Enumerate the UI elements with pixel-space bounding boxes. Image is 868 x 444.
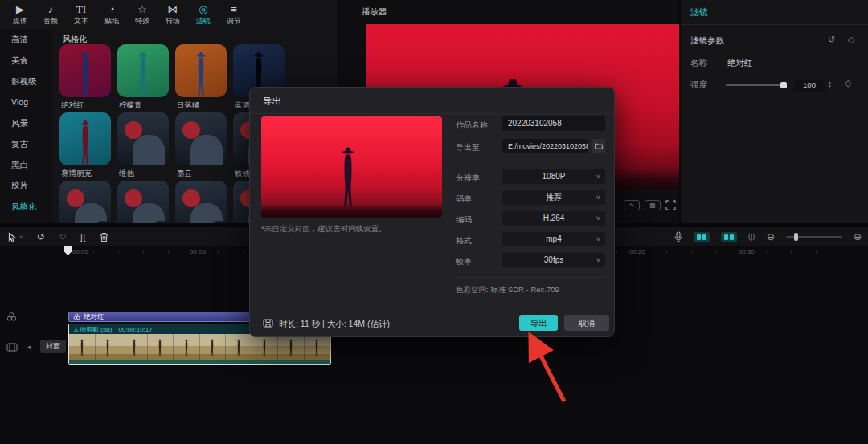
name-label: 名称 [690,58,707,69]
sidebar-item-film[interactable]: 胶片 [0,175,53,196]
split-button[interactable]: ][ [80,233,87,242]
effects-icon: ☆ [137,4,147,15]
field-label-framerate: 帧率 [456,256,472,267]
project-name-input[interactable]: 202203102058 [502,116,605,131]
export-cover-preview[interactable] [261,116,442,218]
sticker-icon: ◔ [108,4,115,15]
browse-folder-button[interactable] [592,139,605,153]
app-window: ▶媒体 ♪音频 TI文本 ◔贴纸 ☆特效 ⋈转场 ◎滤镜 ≡调节 高清 美食 影… [0,0,868,444]
filter-thumb-moyun[interactable] [175,112,227,165]
strength-value[interactable]: 100 [794,79,825,92]
collapse-track-icon[interactable]: ◂ [27,343,31,351]
filter-label: 绝对红 [61,100,84,111]
filter-thumb-ningmeng-qing[interactable] [117,44,169,97]
filter-thumb-weita[interactable] [117,112,169,165]
clip-timecode: 00:00:10:17 [118,326,152,333]
text-icon: TI [76,4,86,15]
filter-clip-icon [73,313,80,320]
audio-icon: ♪ [48,4,54,15]
preview-axis-toggle[interactable]: ⟨|⟩ [748,233,755,241]
transitions-icon: ⋈ [168,4,178,15]
sidebar-item-bw[interactable]: 黑白 [0,154,53,175]
cancel-button[interactable]: 取消 [564,315,609,331]
filter-thumb[interactable]: ↓ [59,181,111,223]
undo-button[interactable]: ↺ [37,231,45,242]
cover-button[interactable]: 封面 [40,340,66,353]
timeline-zoom-out[interactable]: ⊖ [767,231,775,242]
filter-thumb-juedui-hong[interactable] [59,44,111,97]
sidebar-item-cinematic[interactable]: 影视级 [0,71,53,92]
export-button[interactable]: 导出 [519,315,558,331]
resolution-select[interactable]: 1080P ˅ [502,169,605,184]
filter-thumb[interactable]: ↓ [175,181,227,223]
filter-thumb-riluo-ju[interactable] [175,44,227,97]
section-title: 风格化 [63,34,87,45]
strength-slider[interactable] [726,84,787,86]
quality-badge[interactable]: ∿ [624,200,640,210]
export-path-input[interactable]: E:/movies/202203102058... [502,139,588,153]
field-label-format: 格式 [456,235,472,246]
sidebar-item-stylized[interactable]: 风格化 [0,196,53,217]
tab-text[interactable]: TI文本 [66,2,96,28]
main-track-magnet-toggle[interactable] [694,232,710,242]
tab-adjust[interactable]: ≡调节 [219,2,249,28]
strength-stepper[interactable]: ▴▾ [829,80,831,88]
main-toolbar: ▶媒体 ♪音频 TI文本 ◔贴纸 ☆特效 ⋈转场 ◎滤镜 ≡调节 [5,2,249,28]
ruler-label: 00:30 [739,248,755,255]
chevron-down-icon: ˅ [596,211,600,226]
keyframe-icon[interactable]: ◇ [848,35,854,45]
record-voiceover-icon[interactable] [674,231,682,242]
filter-settings-panel: 滤镜 滤镜参数 ↺ ◇ 名称 绝对红 强度 100 ▴▾ ◇ [681,0,868,223]
ruler-label: 00:25 [629,248,645,255]
auto-snap-toggle[interactable] [721,232,737,242]
filter-clip-label: 绝对红 [84,312,104,322]
clip-filmstrip [69,334,330,360]
tab-sticker[interactable]: ◔贴纸 [96,2,127,28]
timeline-zoom-in[interactable]: ⊕ [854,231,862,242]
tab-filters[interactable]: ◎滤镜 [188,2,219,28]
cover-note: *未自定义封面，建议去时间线设置。 [261,224,387,234]
field-label-resolution: 分辨率 [456,173,480,184]
format-select[interactable]: mp4 ˅ [502,232,605,246]
timeline-zoom-slider[interactable] [786,236,842,238]
filter-params-title: 滤镜参数 [690,35,724,47]
filter-thumb[interactable]: ↓ [117,181,169,223]
reset-icon[interactable]: ↺ [828,35,835,45]
strength-slider-thumb[interactable] [780,82,787,88]
folder-icon [595,143,603,149]
file-size-icon [263,319,273,328]
delete-button[interactable] [100,232,108,242]
timeline-zoom-slider-thumb[interactable] [794,233,798,241]
media-icon: ▶ [16,4,24,15]
filters-icon: ◎ [199,4,207,15]
tab-filter-settings[interactable]: 滤镜 [690,6,708,18]
export-summary: 时长: 11 秒 | 大小: 14M (估计) [279,319,390,330]
export-dialog: 导出 *未自定义封面，建议去时间线设置。 作品名称 202203102058 导… [249,87,615,337]
redo-button[interactable]: ↻ [59,231,67,242]
tab-transitions[interactable]: ⋈转场 [158,2,188,28]
filter-label: 墨云 [177,169,192,179]
strength-keyframe-icon[interactable]: ◇ [845,78,851,88]
sidebar-item-food[interactable]: 美食 [0,50,53,71]
sidebar-item-hd[interactable]: 高清 [0,29,53,50]
framerate-select[interactable]: 30fps ˅ [502,253,605,267]
tab-audio[interactable]: ♪音频 [35,2,66,28]
tab-media[interactable]: ▶媒体 [5,2,35,28]
playhead-line[interactable] [68,246,68,444]
ratio-badge[interactable]: ▦ [645,200,661,210]
tab-effects[interactable]: ☆特效 [127,2,158,28]
filter-label: 日落橘 [177,100,200,111]
clip-audio-strip [69,360,330,364]
codec-select[interactable]: H.264 ˅ [502,211,605,226]
filter-thumb-cyberpunk[interactable] [59,112,111,165]
bitrate-select[interactable]: 推荐 ˅ [502,190,605,205]
cursor-dropdown-chevron[interactable]: ˅ [19,234,23,241]
sidebar-item-scenery[interactable]: 风景 [0,112,53,133]
sidebar-item-vlog[interactable]: Vlog [0,92,53,112]
filter-label: 赛博朋克 [61,169,92,179]
cursor-tool-icon[interactable] [8,232,17,242]
video-track-icon [6,343,18,352]
filter-label: 铁锈 [235,169,250,179]
sidebar-item-retro[interactable]: 复古 [0,133,53,154]
fullscreen-icon[interactable] [665,200,676,210]
